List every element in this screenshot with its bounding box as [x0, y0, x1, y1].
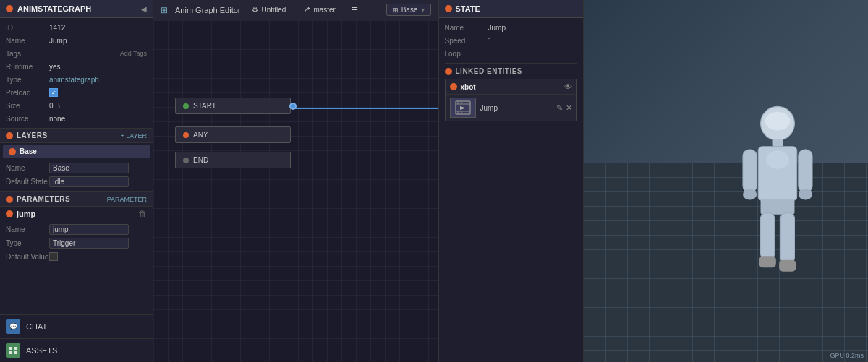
layers-section-header[interactable]: LAYERS + LAYER	[0, 128, 153, 143]
chat-item[interactable]: 💬 CHAT	[0, 314, 153, 338]
name-row: Name Jump	[6, 34, 147, 47]
gpu-info: GPU 0.2ms	[830, 352, 864, 359]
menu-button[interactable]: ☰	[347, 4, 362, 15]
anim-name: Jump	[480, 104, 552, 112]
add-layer-button[interactable]: + LAYER	[120, 132, 147, 139]
chat-label: CHAT	[26, 322, 47, 331]
middle-panel: ⊞ Anim Graph Editor ⚙ Untitled ⎇ master …	[153, 0, 439, 362]
left-panel-scroll: ID 1412 Name Jump Tags Add Tags Runtime …	[0, 18, 153, 314]
default-state-select[interactable]: Idle Jump	[49, 176, 129, 187]
preload-checkbox[interactable]	[49, 88, 58, 97]
svg-rect-0	[9, 347, 12, 350]
linked-entities-label: LINKED ENTITIES	[456, 67, 523, 75]
assets-item[interactable]: ASSETS	[0, 338, 153, 362]
entity-header-row: xbot 👁	[446, 79, 576, 95]
state-dot-icon	[445, 5, 452, 12]
id-row: ID 1412	[6, 21, 147, 34]
param-name: jump	[17, 210, 135, 218]
base-tab-label: Base	[401, 6, 418, 14]
orange-dot-icon	[6, 5, 13, 12]
any-label: ANY	[193, 131, 208, 139]
svg-rect-18	[773, 139, 783, 147]
state-speed-row: Speed 1	[445, 34, 577, 47]
layer-dot-icon	[9, 148, 16, 155]
delete-param-icon[interactable]: 🗑	[138, 209, 147, 219]
assets-label: ASSETS	[26, 346, 57, 355]
state-loop-row: Loop	[445, 47, 577, 60]
svg-rect-25	[761, 199, 795, 214]
svg-rect-27	[759, 256, 775, 267]
entity-name: xbot	[461, 83, 476, 91]
name-label: Name	[6, 37, 49, 45]
start-dot-icon	[183, 103, 189, 109]
branch-label: master	[313, 6, 336, 14]
source-row: Source none	[6, 112, 147, 125]
start-label: START	[193, 102, 216, 110]
param-name-input[interactable]	[49, 224, 129, 235]
start-port[interactable]	[289, 103, 297, 110]
floor-tiles	[584, 163, 869, 362]
base-tab[interactable]: ⊞ Base ▾	[386, 4, 431, 16]
tags-label: Tags	[6, 50, 49, 58]
layers-title: LAYERS	[6, 132, 48, 139]
type-value: animstategraph	[49, 76, 147, 84]
graph-canvas[interactable]: START ANY END ≡ Idle name Idle	[153, 20, 438, 362]
layers-dot-icon	[6, 132, 13, 139]
add-parameter-button[interactable]: + PARAMETER	[101, 196, 147, 203]
state-speed-label: Speed	[445, 37, 488, 45]
panel-header: ANIMSTATEGRAPH ◀	[0, 0, 153, 18]
delete-anim-icon[interactable]: ✕	[566, 103, 572, 113]
svg-rect-21	[743, 150, 757, 192]
branch-button[interactable]: ⎇ master	[297, 4, 340, 15]
robot-figure	[731, 102, 825, 333]
parameters-title: PARAMETERS	[6, 195, 70, 203]
panel-title-text: ANIMSTATEGRAPH	[17, 4, 91, 13]
layer-name-label: Name	[6, 164, 49, 172]
state-loop-label: Loop	[445, 50, 488, 58]
settings-button[interactable]: ⚙ Untitled	[247, 4, 290, 15]
add-tags-button[interactable]: Add Tags	[120, 50, 147, 57]
parameters-label: PARAMETERS	[17, 195, 70, 203]
svg-rect-1	[14, 347, 17, 350]
runtime-row: Runtime yes	[6, 60, 147, 73]
id-value: 1412	[49, 24, 147, 32]
editor-title: Anim Graph Editor	[175, 6, 240, 14]
svg-rect-23	[799, 150, 812, 192]
tab-dropdown-icon: ▾	[421, 6, 425, 14]
state-name-value: Jump	[488, 24, 577, 32]
param-default-checkbox[interactable]	[49, 252, 58, 261]
start-block[interactable]: START	[175, 98, 291, 114]
svg-rect-26	[761, 213, 775, 259]
default-state-row: Default State Idle Jump	[6, 175, 147, 189]
assets-icon	[6, 343, 20, 358]
default-state-label: Default State	[6, 178, 49, 186]
state-speed-value: 1	[488, 37, 577, 45]
editor-header: ⊞ Anim Graph Editor ⚙ Untitled ⎇ master …	[153, 0, 438, 20]
param-type-select[interactable]: Trigger Boolean Number	[49, 238, 129, 249]
layers-label: LAYERS	[17, 132, 48, 139]
runtime-label: Runtime	[6, 63, 49, 71]
collapse-button[interactable]: ◀	[141, 5, 147, 13]
state-name-row: Name Jump	[445, 21, 577, 34]
entity-eye-icon[interactable]: 👁	[564, 82, 572, 91]
edit-anim-icon[interactable]: ✎	[556, 103, 563, 113]
end-dot-icon	[183, 158, 189, 163]
left-panel: ANIMSTATEGRAPH ◀ ID 1412 Name Jump Tags …	[0, 0, 153, 362]
state-props: Name Jump Speed 1 Loop	[439, 18, 583, 63]
menu-icon: ☰	[352, 6, 358, 14]
viewport: GPU 0.2ms	[584, 0, 869, 362]
panel-title: ANIMSTATEGRAPH	[6, 4, 91, 13]
state-name-label: Name	[445, 24, 488, 32]
chat-icon: 💬	[6, 319, 20, 334]
untitled-label: Untitled	[261, 6, 286, 14]
param-props: Name Type Trigger Boolean Number Default…	[0, 221, 153, 266]
parameters-section-header[interactable]: PARAMETERS + PARAMETER	[0, 191, 153, 207]
any-block[interactable]: ANY	[175, 126, 291, 143]
entity-body: Jump ✎ ✕	[446, 95, 576, 121]
entity-dot-icon	[450, 83, 457, 90]
layer-base-item[interactable]: Base	[3, 145, 150, 158]
end-block[interactable]: END	[175, 152, 291, 168]
layer-name-input[interactable]	[49, 163, 129, 173]
params-dot-icon	[6, 196, 13, 203]
size-label: Size	[6, 102, 49, 110]
